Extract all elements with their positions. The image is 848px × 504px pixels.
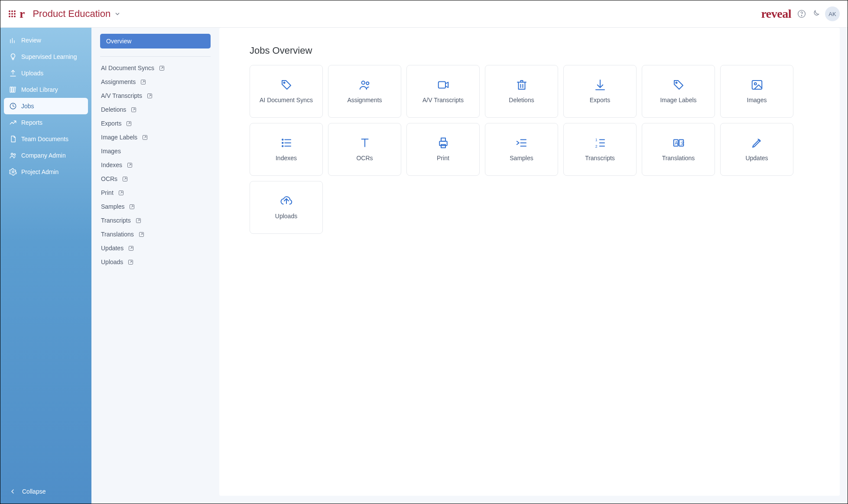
job-card-print[interactable]: Print: [406, 123, 480, 176]
pencil-icon: [751, 136, 764, 149]
external-link-icon: [126, 120, 132, 127]
job-card-label: Exports: [590, 97, 610, 104]
nav2-overview-tab[interactable]: Overview: [100, 34, 211, 48]
chevron-down-icon[interactable]: [114, 10, 121, 17]
secondary-sidebar: Overview AI Document SyncsAssignmentsA/V…: [91, 28, 219, 504]
job-card-label: Assignments: [347, 97, 382, 104]
nav2-item-ai-document-syncs[interactable]: AI Document Syncs: [100, 61, 211, 75]
header: r Product Education reveal AK: [0, 0, 848, 28]
job-card-samples[interactable]: Samples: [485, 123, 558, 176]
translate-icon: A文: [672, 136, 685, 149]
svg-rect-38: [438, 82, 445, 88]
svg-point-51: [282, 146, 283, 147]
nav2-item-exports[interactable]: Exports: [100, 116, 211, 130]
nav2-item-print[interactable]: Print: [100, 186, 211, 200]
svg-point-7: [11, 16, 13, 17]
svg-rect-55: [441, 138, 445, 142]
nav1-item-review[interactable]: Review: [4, 32, 88, 48]
external-link-icon: [127, 162, 133, 168]
nav2-item-label: Uploads: [101, 258, 123, 265]
nav2-item-images[interactable]: Images: [100, 144, 211, 158]
job-card-assignments[interactable]: Assignments: [328, 65, 401, 118]
trash-icon: [515, 78, 528, 91]
nav1-item-label: Model Library: [21, 86, 58, 93]
external-link-icon: [129, 204, 135, 210]
nav2-item-indexes[interactable]: Indexes: [100, 158, 211, 172]
job-card-transcripts[interactable]: 12Transcripts: [563, 123, 637, 176]
svg-point-43: [676, 82, 677, 84]
job-card-uploads[interactable]: Uploads: [250, 181, 323, 234]
job-card-label: OCRs: [356, 155, 373, 162]
svg-point-36: [361, 81, 365, 85]
svg-point-19: [14, 154, 16, 155]
nav2-item-updates[interactable]: Updates: [100, 241, 211, 255]
svg-rect-56: [441, 145, 445, 148]
job-card-label: Images: [747, 97, 767, 104]
nav2-item-ocrs[interactable]: OCRs: [100, 172, 211, 186]
nav1-item-project-admin[interactable]: Project Admin: [4, 164, 88, 180]
lightbulb-icon: [9, 53, 17, 61]
content-wrapper: Jobs Overview AI Document SyncsAssignmen…: [219, 28, 848, 504]
job-card-deletions[interactable]: Deletions: [485, 65, 558, 118]
job-card-images[interactable]: Images: [720, 65, 793, 118]
list-icon: [280, 136, 293, 149]
nav2-item-uploads[interactable]: Uploads: [100, 255, 211, 269]
video-icon: [437, 78, 450, 91]
nav2-item-label: Exports: [101, 120, 121, 127]
brand-mark-icon[interactable]: r: [19, 7, 25, 21]
nav2-item-label: Indexes: [101, 162, 122, 168]
job-card-translations[interactable]: A文Translations: [642, 123, 715, 176]
nav1-item-jobs[interactable]: Jobs: [4, 98, 88, 114]
job-card-image-labels[interactable]: Image Labels: [642, 65, 715, 118]
avatar[interactable]: AK: [825, 6, 840, 21]
nav2-item-deletions[interactable]: Deletions: [100, 103, 211, 116]
avatar-initials: AK: [829, 11, 836, 17]
svg-point-10: [801, 16, 802, 16]
nav2-item-assignments[interactable]: Assignments: [100, 75, 211, 89]
help-icon[interactable]: [797, 10, 806, 18]
nav1-collapse-button[interactable]: Collapse: [4, 484, 88, 499]
nav2-item-label: Print: [101, 189, 114, 196]
nav2-item-label: Translations: [101, 231, 134, 238]
job-card-ai-document-syncs[interactable]: AI Document Syncs: [250, 65, 323, 118]
job-card-label: Translations: [662, 155, 695, 162]
external-link-icon: [140, 79, 146, 85]
nav1-item-team-documents[interactable]: Team Documents: [4, 131, 88, 147]
svg-point-18: [11, 153, 13, 155]
nav2-item-image-labels[interactable]: Image Labels: [100, 130, 211, 144]
svg-point-3: [9, 13, 10, 15]
nav1-item-model-library[interactable]: Model Library: [4, 81, 88, 98]
svg-point-37: [366, 82, 369, 84]
indent-icon: [515, 136, 528, 149]
job-card-a-v-transcripts[interactable]: A/V Transcripts: [406, 65, 480, 118]
job-card-label: Indexes: [276, 155, 297, 162]
nav1-item-company-admin[interactable]: Company Admin: [4, 147, 88, 164]
job-card-ocrs[interactable]: OCRs: [328, 123, 401, 176]
apps-grid-icon[interactable]: [8, 10, 16, 18]
project-name[interactable]: Product Education: [32, 8, 110, 19]
external-link-icon: [138, 231, 145, 238]
theme-toggle-icon[interactable]: [811, 10, 820, 18]
bar-chart-icon: [9, 36, 17, 44]
svg-text:1: 1: [595, 138, 597, 142]
job-card-exports[interactable]: Exports: [563, 65, 637, 118]
svg-text:2: 2: [595, 145, 597, 149]
job-card-updates[interactable]: Updates: [720, 123, 793, 176]
nav2-item-transcripts[interactable]: Transcripts: [100, 213, 211, 227]
nav1-item-supervised-learning[interactable]: Supervised Learning: [4, 48, 88, 65]
users-icon: [9, 152, 17, 159]
content: Jobs Overview AI Document SyncsAssignmen…: [219, 28, 840, 496]
nav2-item-label: Assignments: [101, 78, 136, 85]
nav2-item-translations[interactable]: Translations: [100, 227, 211, 241]
svg-point-4: [11, 13, 13, 15]
nav1-item-reports[interactable]: Reports: [4, 114, 88, 131]
nav2-item-a-v-transcripts[interactable]: A/V Transcripts: [100, 89, 211, 103]
svg-text:文: 文: [680, 141, 684, 145]
nav1-item-uploads[interactable]: Uploads: [4, 65, 88, 81]
printer-icon: [437, 136, 450, 149]
job-card-indexes[interactable]: Indexes: [250, 123, 323, 176]
nav1-item-label: Reports: [21, 119, 42, 126]
nav2-item-label: Transcripts: [101, 217, 131, 224]
external-link-icon: [135, 217, 142, 224]
nav2-item-samples[interactable]: Samples: [100, 200, 211, 213]
